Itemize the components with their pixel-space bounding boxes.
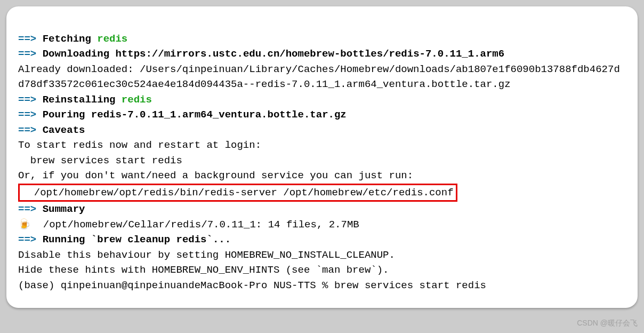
running-label: Running bbox=[43, 234, 85, 245]
caveats-line: brew services start redis bbox=[18, 155, 182, 166]
summary-label: Summary bbox=[43, 203, 85, 215]
download-url: https://mirrors.ustc.edu.cn/homebrew-bot… bbox=[115, 48, 504, 60]
already-downloaded-text: Already downloaded: /Users/qinpeinuan/Li… bbox=[18, 64, 620, 91]
caveats-line: Or, if you don't want/need a background … bbox=[18, 170, 413, 181]
pkg-name: redis bbox=[97, 33, 127, 45]
caveats-label: Caveats bbox=[43, 124, 85, 136]
disable-hint: Disable this behaviour by setting HOMEBR… bbox=[18, 249, 395, 261]
hide-hint: Hide these hints with HOMEBREW_NO_ENV_HI… bbox=[18, 264, 389, 276]
pouring-label: Pouring bbox=[43, 109, 85, 121]
beer-icon: 🍺 bbox=[18, 219, 31, 231]
arrow-icon: ==> bbox=[18, 94, 36, 106]
arrow-icon: ==> bbox=[18, 33, 36, 45]
download-label: Downloading bbox=[43, 48, 109, 60]
terminal-window[interactable]: ==> Fetching redis ==> Downloading https… bbox=[6, 6, 638, 308]
arrow-icon: ==> bbox=[18, 234, 36, 245]
watermark-text: CSDN @暖仔会飞 bbox=[577, 318, 638, 329]
arrow-icon: ==> bbox=[18, 124, 36, 136]
fetch-label: Fetching bbox=[43, 33, 91, 45]
caveats-line: To start redis now and restart at login: bbox=[18, 139, 261, 151]
prompt-line[interactable]: (base) qinpeinuan@qinpeinuandeMacBook-Pr… bbox=[18, 280, 486, 291]
summary-text: /opt/homebrew/Cellar/redis/7.0.11_1: 14 … bbox=[31, 219, 359, 231]
reinstall-label: Reinstalling bbox=[43, 94, 116, 106]
arrow-icon: ==> bbox=[18, 48, 36, 60]
highlighted-command: /opt/homebrew/opt/redis/bin/redis-server… bbox=[18, 184, 457, 202]
pkg-name: redis bbox=[122, 94, 152, 106]
arrow-icon: ==> bbox=[18, 203, 36, 215]
cleanup-cmd: `brew cleanup redis`... bbox=[91, 234, 231, 245]
pouring-file: redis-7.0.11_1.arm64_ventura.bottle.tar.… bbox=[91, 109, 347, 121]
arrow-icon: ==> bbox=[18, 109, 36, 121]
